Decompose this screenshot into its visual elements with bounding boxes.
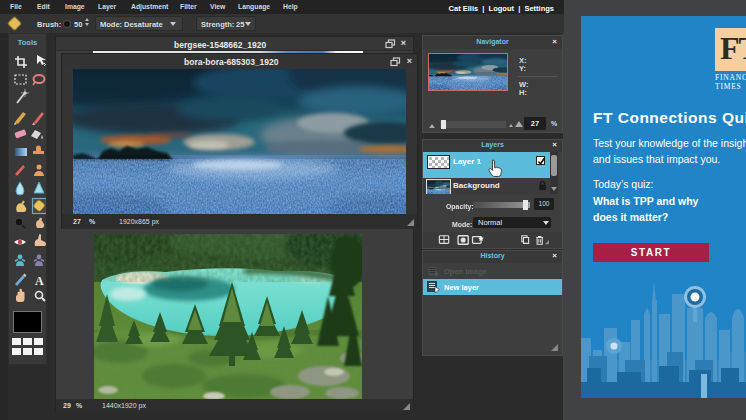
svg-text:A: A — [35, 274, 44, 288]
